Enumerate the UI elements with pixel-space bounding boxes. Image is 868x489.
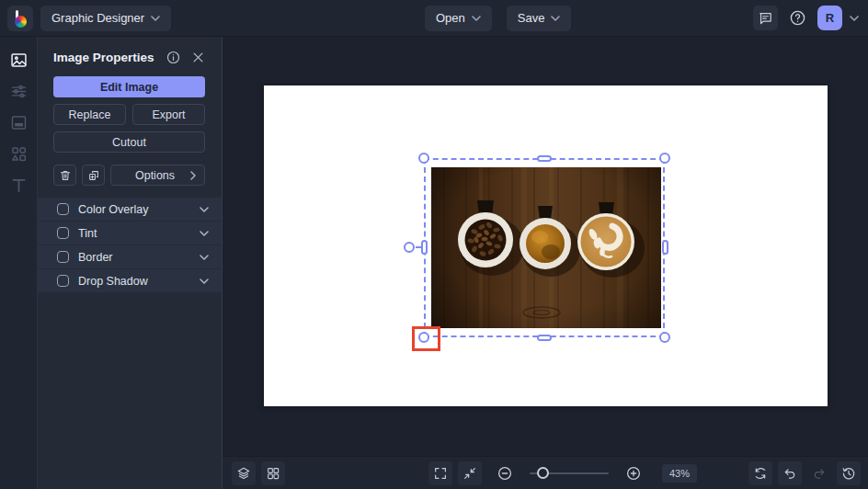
replace-label: Replace xyxy=(69,108,111,121)
chevron-down-icon[interactable] xyxy=(200,231,209,236)
reset-button[interactable] xyxy=(748,461,772,485)
chevron-down-icon[interactable] xyxy=(200,207,209,212)
bottom-toolbar: 43% xyxy=(223,456,868,489)
zoom-slider[interactable] xyxy=(530,461,609,485)
color-overlay-label: Color Overlay xyxy=(78,203,200,216)
tint-checkbox[interactable] xyxy=(57,227,69,239)
delete-button[interactable] xyxy=(53,165,76,186)
fit-to-screen-button[interactable] xyxy=(458,461,482,485)
shapes-icon xyxy=(9,144,29,164)
color-overlay-checkbox[interactable] xyxy=(57,203,69,215)
account-chevron-down-icon[interactable] xyxy=(850,16,859,21)
save-label: Save xyxy=(518,11,545,25)
cutout-button[interactable]: Cutout xyxy=(53,131,205,153)
history-button[interactable] xyxy=(837,461,861,485)
resize-handle-middle-right[interactable] xyxy=(662,240,668,255)
image-icon xyxy=(9,51,29,70)
app-mode-label: Graphic Designer xyxy=(51,11,144,25)
border-checkbox[interactable] xyxy=(57,251,69,263)
toggle-row-tint[interactable]: Tint xyxy=(38,222,222,244)
rotate-handle-link xyxy=(416,246,422,248)
chevron-down-icon[interactable] xyxy=(200,279,209,284)
resize-handle-bottom-right[interactable] xyxy=(659,332,670,343)
zoom-in-icon xyxy=(625,465,642,482)
befunky-logo-icon[interactable] xyxy=(7,6,33,31)
zoom-out-button[interactable] xyxy=(493,461,517,485)
zoom-slider-knob[interactable] xyxy=(537,467,549,479)
comment-icon xyxy=(758,10,773,26)
undo-icon xyxy=(782,466,797,481)
fit-to-screen-icon xyxy=(463,466,477,481)
redo-icon xyxy=(812,466,827,481)
app-mode-menu[interactable]: Graphic Designer xyxy=(40,6,171,31)
rail-item-text[interactable] xyxy=(7,174,29,196)
grid-view-button[interactable] xyxy=(261,461,285,485)
trash-icon xyxy=(59,169,72,182)
resize-handle-top-right[interactable] xyxy=(659,153,670,164)
text-icon xyxy=(9,176,29,195)
toggle-row-drop-shadow[interactable]: Drop Shadow xyxy=(38,269,222,292)
workspace[interactable] xyxy=(223,37,868,456)
tint-label: Tint xyxy=(78,227,200,240)
toggle-row-border[interactable]: Border xyxy=(38,245,222,268)
close-icon xyxy=(191,51,205,64)
info-button[interactable] xyxy=(166,50,181,65)
resize-handle-bottom-left[interactable] xyxy=(418,332,429,343)
resize-handle-top-left[interactable] xyxy=(418,153,429,164)
replace-button[interactable]: Replace xyxy=(53,104,126,125)
rotate-handle[interactable] xyxy=(404,242,415,253)
zoom-level-value[interactable]: 43% xyxy=(662,464,697,483)
info-icon xyxy=(166,50,181,65)
rail-item-image[interactable] xyxy=(7,49,29,71)
logo-color-wheel xyxy=(15,16,27,28)
rail-item-graphics[interactable] xyxy=(7,142,29,165)
resize-handle-top-center[interactable] xyxy=(537,155,552,162)
zoom-percent-text: 43% xyxy=(669,468,690,479)
user-avatar[interactable]: R xyxy=(817,6,842,30)
tool-rail xyxy=(0,37,38,489)
chevron-down-icon xyxy=(551,16,560,21)
close-panel-button[interactable] xyxy=(191,51,205,64)
history-clock-icon xyxy=(841,466,856,481)
rail-item-templates[interactable] xyxy=(7,111,29,133)
undo-button[interactable] xyxy=(778,461,802,485)
duplicate-icon xyxy=(87,169,100,182)
chevron-down-icon xyxy=(151,16,160,21)
drop-shadow-checkbox[interactable] xyxy=(57,275,69,287)
avatar-initial: R xyxy=(826,11,834,25)
image-properties-panel: Image Properties Edit Image Replace Expo… xyxy=(38,37,223,489)
edit-image-button[interactable]: Edit Image xyxy=(53,76,205,97)
redo-button[interactable] xyxy=(807,461,831,485)
rail-item-adjust[interactable] xyxy=(7,80,29,102)
resize-handle-bottom-center[interactable] xyxy=(537,335,552,341)
layers-icon xyxy=(236,466,251,481)
border-label: Border xyxy=(78,251,200,264)
grid-icon xyxy=(266,466,280,481)
drop-shadow-label: Drop Shadow xyxy=(78,275,200,288)
fullscreen-button[interactable] xyxy=(428,461,452,485)
template-card-icon xyxy=(9,113,29,132)
sliders-icon xyxy=(9,82,29,101)
zoom-in-button[interactable] xyxy=(622,461,645,485)
help-button[interactable] xyxy=(785,6,810,30)
panel-title: Image Properties xyxy=(53,51,155,64)
save-button[interactable]: Save xyxy=(507,6,572,31)
chevron-down-icon[interactable] xyxy=(200,255,209,260)
cutout-label: Cutout xyxy=(112,136,146,149)
feedback-button[interactable] xyxy=(753,6,778,30)
coffee-photo-object[interactable] xyxy=(431,167,661,328)
open-label: Open xyxy=(436,11,465,25)
options-label: Options xyxy=(120,169,190,182)
toggle-row-color-overlay[interactable]: Color Overlay xyxy=(38,198,222,221)
effect-toggles: Color Overlay Tint Border Drop Shadow xyxy=(38,198,222,292)
options-button[interactable]: Options xyxy=(110,165,205,186)
edit-image-label: Edit Image xyxy=(100,81,158,94)
reset-cycle-icon xyxy=(753,466,768,481)
zoom-out-icon xyxy=(497,465,513,482)
top-bar: Graphic Designer Open Save R xyxy=(0,0,868,37)
layers-button[interactable] xyxy=(232,461,256,485)
export-button[interactable]: Export xyxy=(132,104,205,125)
chevron-right-icon xyxy=(190,171,196,180)
duplicate-button[interactable] xyxy=(82,165,105,186)
open-button[interactable]: Open xyxy=(425,6,492,31)
